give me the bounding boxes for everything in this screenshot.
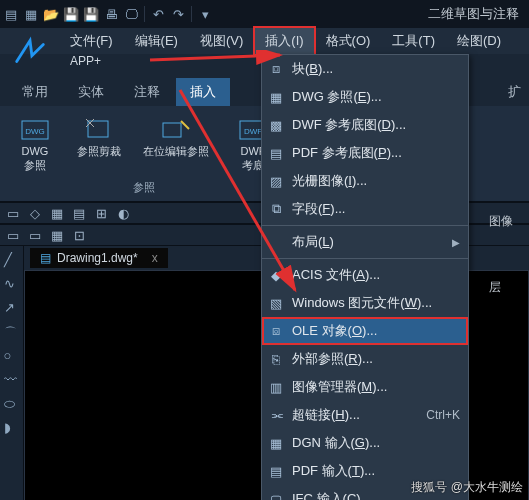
menu-edit[interactable]: 编辑(E) (125, 28, 188, 54)
menu-item-label: 字段(F)... (292, 200, 460, 218)
menu-draw[interactable]: 绘图(D) (447, 28, 511, 54)
menu-item-label: DWG 参照(E)... (292, 88, 460, 106)
menu-insert[interactable]: 插入(I) (255, 28, 313, 54)
btn-edit-ref-inplace[interactable]: 在位编辑参照 (136, 116, 216, 172)
polyline-icon[interactable]: ∿ (4, 276, 20, 292)
tool-icon[interactable]: ◐ (114, 204, 132, 222)
dwg-icon: ▦ (268, 89, 284, 105)
pdf-icon: ▤ (268, 145, 284, 161)
menubar: 文件(F) 编辑(E) 视图(V) 插入(I) 格式(O) 工具(T) 绘图(D… (0, 28, 529, 54)
menu-view[interactable]: 视图(V) (190, 28, 253, 54)
menu-item-layout[interactable]: 布局(L)▶ (262, 228, 468, 256)
menu-item-dgn[interactable]: ▦DGN 输入(G)... (262, 429, 468, 457)
menu-item-block[interactable]: ⧈块(B)... (262, 55, 468, 83)
dwf-icon: ▩ (268, 117, 284, 133)
submenu-arrow-icon: ▶ (452, 237, 460, 248)
menu-item-dwg[interactable]: ▦DWG 参照(E)... (262, 83, 468, 111)
tool-icon[interactable]: ▦ (48, 226, 66, 244)
menu-item-label: 图像管理器(M)... (292, 378, 460, 396)
open-icon[interactable]: 📂 (44, 7, 58, 21)
tool-icon[interactable]: ▦ (48, 204, 66, 222)
redo-icon[interactable]: ↷ (171, 7, 185, 21)
new-icon[interactable]: ▦ (24, 7, 38, 21)
spline-icon[interactable]: 〰 (4, 372, 20, 388)
close-icon[interactable]: x (152, 251, 158, 265)
menu-item-label: 超链接(H)... (292, 406, 418, 424)
menu-item-label: OLE 对象(O)... (292, 322, 460, 340)
blank-icon (268, 234, 284, 250)
menu-item-label: PDF 输入(T)... (292, 462, 460, 480)
wmf-icon: ▧ (268, 295, 284, 311)
xref-icon: ⎘ (268, 351, 284, 367)
tab-entity[interactable]: 实体 (64, 78, 118, 106)
dwg-file-icon: ▤ (40, 251, 51, 265)
ellipse-arc-icon[interactable]: ◗ (4, 420, 20, 436)
menu-separator (262, 258, 468, 259)
ellipse-icon[interactable]: ⬭ (4, 396, 20, 412)
side-label-layer: 层 (489, 274, 529, 300)
menu-item-field[interactable]: ⧉字段(F)... (262, 195, 468, 223)
menu-item-raster[interactable]: ▨光栅图像(I)... (262, 167, 468, 195)
dgn-icon: ▦ (268, 435, 284, 451)
menu-icon[interactable]: ▤ (4, 7, 18, 21)
preview-icon[interactable]: 🖵 (124, 7, 138, 21)
menu-item-dwf[interactable]: ▩DWF 参考底图(D)... (262, 111, 468, 139)
pdfin-icon: ▤ (268, 463, 284, 479)
arc-icon[interactable]: ⌒ (4, 324, 20, 340)
menu-tools[interactable]: 工具(T) (382, 28, 445, 54)
circle-icon[interactable]: ○ (4, 348, 20, 364)
ray-icon[interactable]: ↗ (4, 300, 20, 316)
svg-text:DWG: DWG (25, 127, 45, 136)
tool-icon[interactable]: ▭ (4, 226, 22, 244)
print-icon[interactable]: 🖶 (104, 7, 118, 21)
tool-icon[interactable]: ▭ (26, 226, 44, 244)
menu-item-ole[interactable]: ⧇OLE 对象(O)... (262, 317, 468, 345)
app-logo[interactable] (6, 28, 54, 76)
tab-extend[interactable]: 扩 (500, 78, 529, 106)
save-icon[interactable]: 💾 (64, 7, 78, 21)
workspace-label[interactable]: 二维草图与注释 (428, 5, 525, 23)
tool-icon[interactable]: ▤ (70, 204, 88, 222)
btn-dwg-ref[interactable]: DWG DWG 参照 (8, 116, 62, 172)
menu-item-imgmgr[interactable]: ▥图像管理器(M)... (262, 373, 468, 401)
side-label-image: 图像 (489, 208, 529, 234)
btn-ref-clip[interactable]: 参照剪裁 (72, 116, 126, 172)
menu-item-pdf[interactable]: ▤PDF 参考底图(P)... (262, 139, 468, 167)
tool-icon[interactable]: ⊞ (92, 204, 110, 222)
btn-label: 在位编辑参照 (143, 144, 209, 158)
tool-icon[interactable]: ◇ (26, 204, 44, 222)
menu-item-link[interactable]: ⫘超链接(H)...Ctrl+K (262, 401, 468, 429)
insert-menu-dropdown: ⧈块(B)...▦DWG 参照(E)...▩DWF 参考底图(D)...▤PDF… (261, 54, 469, 500)
raster-icon: ▨ (268, 173, 284, 189)
document-tab[interactable]: ▤ Drawing1.dwg* x (30, 248, 168, 268)
menu-item-label: 外部参照(R)... (292, 350, 460, 368)
dropdown-icon[interactable]: ▾ (198, 7, 212, 21)
menu-item-label: Windows 图元文件(W)... (292, 294, 460, 312)
menu-separator (262, 225, 468, 226)
panel-reference: DWG DWG 参照 参照剪裁 在位编辑参照 DWF DWF 考底 参照 (0, 106, 289, 201)
menu-item-label: DWF 参考底图(D)... (292, 116, 460, 134)
quick-access-toolbar: ▤ ▦ 📂 💾 💾 🖶 🖵 ↶ ↷ ▾ 二维草图与注释 (0, 0, 529, 28)
link-icon: ⫘ (268, 407, 284, 423)
tab-annotate[interactable]: 注释 (120, 78, 174, 106)
ifc-icon: ▢ (268, 491, 284, 500)
menu-file[interactable]: 文件(F) (60, 28, 123, 54)
menu-item-label: 块(B)... (292, 60, 460, 78)
menu-item-xref[interactable]: ⎘外部参照(R)... (262, 345, 468, 373)
menu-item-acis[interactable]: ◆ACIS 文件(A)... (262, 261, 468, 289)
menu-item-wmf[interactable]: ▧Windows 图元文件(W)... (262, 289, 468, 317)
undo-icon[interactable]: ↶ (151, 7, 165, 21)
btn-label: 参照剪裁 (77, 144, 121, 158)
saveas-icon[interactable]: 💾 (84, 7, 98, 21)
menu-format[interactable]: 格式(O) (316, 28, 381, 54)
ole-icon: ⧇ (268, 323, 284, 339)
tool-icon[interactable]: ▭ (4, 204, 22, 222)
btn-label: DWG 参照 (22, 144, 49, 172)
tab-common[interactable]: 常用 (8, 78, 62, 106)
side-panel-labels: 图像 层 (489, 208, 529, 300)
line-icon[interactable]: ╱ (4, 252, 20, 268)
menu-item-label: PDF 参考底图(P)... (292, 144, 460, 162)
app-plus-label[interactable]: APP+ (70, 54, 101, 68)
tool-icon[interactable]: ⊡ (70, 226, 88, 244)
tab-insert[interactable]: 插入 (176, 78, 230, 106)
